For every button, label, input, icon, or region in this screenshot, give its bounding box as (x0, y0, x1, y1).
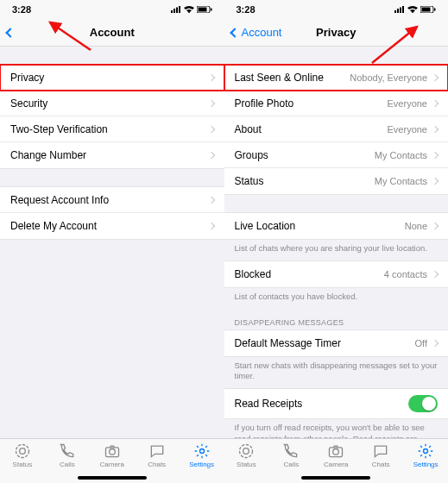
caption-default-timer: Start new chats with disappearing messag… (224, 357, 449, 389)
chevron-right-icon (432, 99, 439, 106)
settings-icon (193, 442, 211, 460)
row-default-timer[interactable]: Default Message Timer Off (224, 330, 449, 356)
tab-calls[interactable]: Calls (45, 442, 90, 468)
chevron-right-icon (207, 196, 214, 203)
tab-status[interactable]: Status (224, 442, 269, 468)
chevron-right-icon (432, 125, 439, 132)
tab-settings[interactable]: Settings (403, 442, 448, 468)
chevron-left-icon (5, 28, 15, 37)
svg-rect-3 (179, 6, 180, 13)
home-indicator (301, 476, 370, 480)
tab-chats[interactable]: Chats (358, 442, 403, 468)
tab-calls[interactable]: Calls (268, 442, 313, 468)
status-icons (171, 6, 212, 13)
wifi-icon (407, 6, 418, 13)
svg-rect-6 (198, 8, 206, 12)
chevron-right-icon (207, 99, 214, 106)
chats-icon (372, 442, 389, 460)
group-read-receipts: Read Receipts (224, 388, 449, 419)
svg-rect-2 (176, 8, 178, 14)
svg-point-26 (333, 449, 339, 455)
group-account-secondary: Request Account Info Delete My Account (0, 186, 224, 240)
chevron-right-icon (432, 339, 439, 346)
svg-point-18 (412, 11, 413, 13)
row-blocked[interactable]: Blocked 4 contacts (224, 261, 449, 287)
status-icon (237, 442, 255, 460)
row-request-info[interactable]: Request Account Info (0, 187, 224, 213)
svg-rect-1 (174, 9, 175, 13)
svg-point-24 (243, 448, 249, 455)
chevron-right-icon (432, 178, 439, 185)
row-profile-photo[interactable]: Profile Photo Everyone (224, 91, 449, 116)
status-icon (14, 442, 31, 460)
chevron-right-icon (432, 73, 439, 80)
row-live-location[interactable]: Live Location None (224, 213, 449, 239)
tab-settings[interactable]: Settings (180, 442, 224, 468)
battery-icon (197, 6, 212, 13)
svg-point-23 (240, 445, 253, 458)
back-button[interactable] (0, 29, 17, 36)
tab-chats[interactable]: Chats (135, 442, 180, 468)
chevron-right-icon (207, 152, 214, 159)
chevron-right-icon (207, 73, 214, 80)
svg-rect-17 (402, 6, 404, 13)
tab-camera[interactable]: Camera (313, 442, 358, 468)
row-last-seen[interactable]: Last Seen & Online Nobody, Everyone (224, 65, 449, 91)
row-privacy[interactable]: Privacy (0, 65, 224, 91)
phone-right: 3:28 Account Privacy Last Seen & Online … (224, 0, 449, 483)
row-about[interactable]: About Everyone (224, 116, 449, 142)
toggle-read-receipts[interactable] (408, 395, 438, 412)
chevron-right-icon (432, 151, 439, 158)
row-change-number[interactable]: Change Number (0, 142, 224, 168)
row-groups[interactable]: Groups My Contacts (224, 142, 449, 168)
caption-blocked: List of contacts you have blocked. (224, 288, 449, 309)
row-security[interactable]: Security (0, 91, 224, 116)
row-delete-account[interactable]: Delete My Account (0, 213, 224, 239)
row-two-step[interactable]: Two-Step Verification (0, 116, 224, 142)
svg-rect-0 (171, 10, 173, 13)
svg-rect-7 (211, 9, 212, 11)
nav-header: Account (0, 19, 224, 47)
back-button[interactable]: Account (224, 26, 282, 39)
group-live-location: Live Location None (224, 212, 449, 240)
scroll-area[interactable]: Last Seen & Online Nobody, Everyone Prof… (224, 47, 449, 438)
wifi-icon (184, 6, 194, 13)
tab-camera[interactable]: Camera (90, 442, 135, 468)
chevron-right-icon (207, 223, 214, 229)
svg-point-10 (20, 448, 26, 455)
phone-left: 3:28 Account Privacy Security Two-Step V (0, 0, 224, 483)
tab-status[interactable]: Status (0, 442, 45, 468)
svg-point-9 (16, 445, 28, 458)
group-blocked: Blocked 4 contacts (224, 260, 449, 288)
svg-point-13 (199, 449, 204, 454)
clock: 3:28 (237, 4, 256, 15)
row-status[interactable]: Status My Contacts (224, 168, 449, 194)
home-indicator (78, 476, 147, 480)
chevron-right-icon (432, 271, 439, 278)
calls-icon (282, 442, 300, 460)
settings-icon (417, 442, 434, 460)
group-visibility: Last Seen & Online Nobody, Everyone Prof… (224, 64, 449, 195)
clock: 3:28 (12, 4, 31, 15)
page-title: Account (0, 26, 224, 39)
scroll-area[interactable]: Privacy Security Two-Step Verification C… (0, 47, 224, 438)
signal-icon (171, 6, 181, 13)
chevron-right-icon (207, 125, 214, 132)
svg-rect-21 (434, 9, 436, 11)
status-bar: 3:28 (0, 0, 224, 19)
signal-icon (394, 6, 405, 13)
svg-rect-20 (422, 8, 431, 12)
row-read-receipts[interactable]: Read Receipts (224, 389, 449, 418)
battery-icon (420, 6, 436, 13)
svg-point-4 (188, 11, 190, 13)
status-icons (394, 6, 436, 13)
svg-rect-14 (394, 10, 396, 13)
svg-point-12 (109, 449, 115, 455)
group-default-timer: Default Message Timer Off (224, 329, 449, 357)
chats-icon (148, 442, 166, 460)
caption-live-location: List of chats where you are sharing your… (224, 240, 449, 260)
svg-point-27 (424, 449, 428, 454)
caption-read-receipts: If you turn off read receipts, you won't… (224, 419, 449, 438)
svg-rect-16 (400, 8, 401, 14)
status-bar: 3:28 (224, 0, 449, 19)
